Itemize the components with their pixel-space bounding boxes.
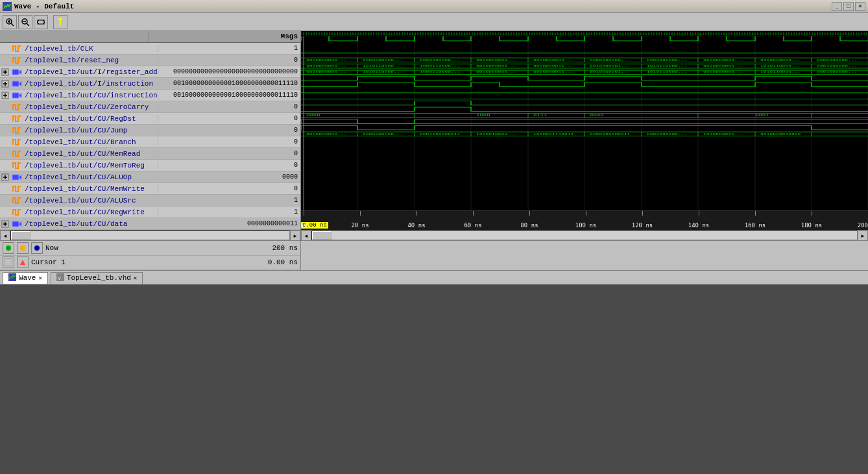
signal-row-14[interactable]: /toplevel_tb/uut/CU/RegWrite1 [0,206,300,218]
signal-row-5[interactable]: /toplevel_tb/uut/CU/ZeroCarry0 [0,101,300,113]
signal-row-3[interactable]: /toplevel_tb/uut/I/instruction0010000000… [0,78,300,90]
hscroll-left-thumb[interactable] [11,231,30,240]
signal-header: Msgs [0,31,300,43]
sig-icon-3 [12,79,22,89]
zoom-in-button[interactable] [3,15,17,29]
time-tick-2 [416,210,417,216]
signal-row-7[interactable]: /toplevel_tb/uut/CU/Jump0 [0,125,300,136]
svg-text:0000000000...: 0000000000... [817,58,857,62]
svg-text:0000000000...: 0000000000... [760,58,801,62]
svg-text:1000010000...: 1000010000... [476,132,516,136]
svg-marker-34 [19,175,21,180]
time-tick-6 [642,210,643,216]
expand-btn-9 [0,148,10,160]
left-hscroll: ◄ ► [0,231,301,240]
svg-text:V: V [58,275,61,281]
hscroll-right-left-btn2[interactable]: ◄ [301,231,311,241]
window-title: Wave - Default [14,3,832,10]
hscroll-left-btn[interactable]: ◄ [0,231,10,241]
svg-text:0001000000...: 0001000000... [817,64,857,68]
expand-btn-2[interactable] [0,66,10,78]
signal-row-11[interactable]: /toplevel_tb/uut/CU/ALUOp0000 [0,171,300,183]
hscroll-right-left-btn[interactable]: ► [290,231,300,241]
green-tick-ruler [301,31,868,36]
zoom-fit-button[interactable] [34,15,48,29]
expand-btn-14 [0,206,10,218]
svg-marker-39 [19,221,21,227]
expand-btn-6 [0,113,10,125]
sig-name-1: /toplevel_tb/reset_neg [23,56,158,64]
expand-btn-8 [0,136,10,148]
time-tick-3 [473,210,474,216]
sig-value-13: 1 [158,197,300,204]
status-icon-1[interactable] [3,242,14,254]
svg-text:0000000000...: 0000000000... [703,58,743,62]
hscroll-right-thumb[interactable] [312,231,332,240]
time-tick-9 [812,210,812,216]
close-button[interactable]: ✕ [855,2,865,11]
minimize-button[interactable]: _ [832,2,842,11]
status-icon-5[interactable] [17,256,29,268]
signal-row-1[interactable]: /toplevel_tb/reset_neg0 [0,55,300,66]
sig-name-4: /toplevel_tb/uut/CU/instruction [23,92,158,99]
status-icon-2[interactable] [17,242,29,254]
svg-text:0010000010000: 0010000010000 [760,132,801,136]
time-label-6: 120 ns [632,222,653,229]
sig-name-0: /toplevel_tb/CLK [23,45,158,53]
svg-text:0000000011...: 0000000011... [533,64,573,68]
sig-icon-7 [12,125,22,136]
svg-text:0000000000011: 0000000000011 [590,132,631,136]
bottombar: Wave ✕ V TopLevel_tb.vhd ✕ [0,270,868,284]
sig-value-1: 0 [158,56,300,64]
signal-row-4[interactable]: /toplevel_tb/uut/CU/instruction001000000… [0,90,300,101]
signal-row-13[interactable]: /toplevel_tb/uut/CU/ALUSrc1 [0,195,300,206]
hscroll-right-track[interactable] [311,231,858,240]
svg-point-150 [6,245,11,251]
sig-value-10: 0 [158,162,300,169]
hscroll-left-track[interactable] [10,231,290,240]
expand-btn-1 [0,55,10,66]
signal-row-0[interactable]: /toplevel_tb/CLK1 [0,43,300,55]
time-label-9: 180 ns [801,222,823,229]
cursor-button[interactable] [53,15,67,29]
expand-btn-11[interactable] [0,171,10,183]
signal-row-15[interactable]: /toplevel_tb/uut/CU/data0000000000011 [0,218,300,230]
svg-text:0000: 0000 [590,114,604,118]
tab-wave-close[interactable]: ✕ [38,275,42,282]
expand-btn-4[interactable] [0,90,10,101]
tab-toplevel-close[interactable]: ✕ [134,275,137,282]
sig-value-0: 1 [158,45,300,52]
time-labels: ns20 ns40 ns60 ns80 ns100 ns120 ns140 ns… [304,210,868,230]
tab-wave[interactable]: Wave ✕ [3,272,48,284]
signal-row-10[interactable]: /toplevel_tb/uut/CU/MemToReg0 [0,160,300,171]
timescale-container: 0.00 ns ns20 ns40 ns60 ns80 ns100 ns120 … [301,210,868,230]
time-tick-0 [304,210,304,216]
signal-row-8[interactable]: /toplevel_tb/uut/CU/Branch0 [0,136,300,148]
waveform-svg: 0000000000... 0000000000... 0000000000..… [301,31,868,230]
sig-value-9: 0 [158,150,300,157]
status-icon-3[interactable] [31,242,43,254]
sig-name-10: /toplevel_tb/uut/CU/MemToReg [23,162,158,169]
signal-row-9[interactable]: /toplevel_tb/uut/CU/MemRead0 [0,148,300,160]
signal-row-2[interactable]: /toplevel_tb/uut/I/register_addr00000000… [0,66,300,78]
maximize-button[interactable]: □ [843,2,854,11]
sig-icon-13 [12,195,22,206]
signal-row-6[interactable]: /toplevel_tb/uut/CU/RegDst0 [0,113,300,125]
expand-btn-15[interactable] [0,218,10,230]
expand-btn-3[interactable] [0,78,10,90]
svg-point-152 [34,245,40,251]
svg-rect-23 [12,81,19,86]
zoom-out-button[interactable] [18,15,32,29]
tab-toplevel[interactable]: V TopLevel_tb.vhd ✕ [51,272,143,284]
sig-value-5: 0 [158,103,300,110]
svg-text:0000000000...: 0000000000... [647,58,687,62]
hscroll-right-btn[interactable]: ► [858,231,868,241]
svg-text:1010110000...: 1010110000... [647,64,687,68]
waveform-panel[interactable]: 0000000000... 0000000000... 0000000000..… [301,31,868,230]
status-icon-4[interactable] [3,256,14,268]
svg-rect-38 [12,221,19,227]
time-tick-7 [699,210,699,216]
signal-panel: Msgs /toplevel_tb/CLK1 /toplevel_tb/rese… [0,31,301,230]
signal-row-12[interactable]: /toplevel_tb/uut/CU/MemWrite0 [0,183,300,195]
svg-rect-153 [5,258,12,266]
